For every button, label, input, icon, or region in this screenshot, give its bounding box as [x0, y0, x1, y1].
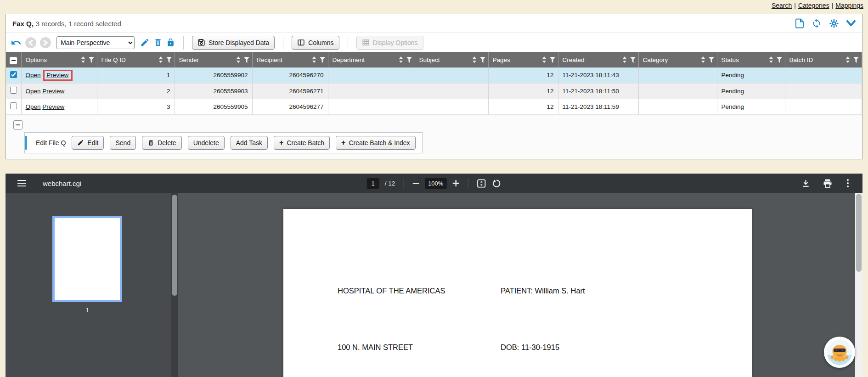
column-header-file-q-id[interactable]: File Q ID	[97, 52, 175, 68]
zoom-level-label[interactable]: 100%	[425, 178, 446, 189]
column-header-status[interactable]: Status	[717, 52, 785, 68]
more-options-icon[interactable]	[845, 179, 851, 187]
pdf-menu-icon[interactable]	[17, 180, 26, 186]
add-task-button[interactable]: Add Task	[231, 136, 268, 150]
collapse-actions-button[interactable]	[13, 120, 23, 129]
filter-icon[interactable]	[709, 57, 714, 63]
open-link[interactable]: Open	[26, 103, 41, 110]
table-row[interactable]: Open Preview 1 2605559902 2604596270 12 …	[6, 68, 862, 83]
filter-icon[interactable]	[166, 57, 172, 63]
toolbar-divider	[283, 36, 283, 50]
create-batch-index-label: Create Batch & Index	[349, 139, 410, 146]
column-header-pages[interactable]: Pages	[488, 52, 558, 68]
column-header-subject[interactable]: Subject	[415, 52, 488, 68]
refresh-icon[interactable]	[812, 18, 822, 28]
nav-link-categories[interactable]: Categories	[798, 2, 829, 9]
nav-link-search[interactable]: Search	[772, 2, 792, 9]
sort-icon[interactable]	[399, 56, 403, 63]
edit-button[interactable]: Edit	[72, 136, 104, 150]
new-document-icon[interactable]	[795, 18, 804, 28]
print-icon[interactable]	[823, 179, 832, 188]
select-all-checkbox[interactable]	[10, 57, 17, 64]
filter-icon[interactable]	[406, 57, 412, 63]
open-link[interactable]: Open	[26, 88, 41, 95]
gear-icon[interactable]	[829, 18, 839, 28]
page-number-input[interactable]	[367, 178, 379, 189]
pdf-scrollbar-thumb[interactable]	[856, 194, 862, 272]
filter-icon[interactable]	[480, 57, 485, 63]
delete-button[interactable]: Delete	[142, 136, 181, 150]
sort-icon[interactable]	[81, 56, 85, 63]
columns-button[interactable]: Columns	[292, 36, 339, 50]
sort-icon[interactable]	[236, 56, 241, 63]
pdf-body: 1 HOSPITAL OF THE AMERICAS 100 N. MAIN S…	[6, 193, 862, 377]
column-header-options[interactable]: Options	[21, 52, 97, 68]
sort-icon[interactable]	[769, 56, 773, 63]
cell-department	[328, 99, 415, 114]
sort-icon[interactable]	[158, 56, 163, 63]
column-header-sender[interactable]: Sender	[175, 52, 252, 68]
row-checkbox[interactable]	[10, 71, 17, 78]
sort-icon[interactable]	[542, 56, 547, 63]
edit-perspective-pencil-icon[interactable]	[140, 38, 150, 47]
column-header-batch-id[interactable]: Batch ID	[785, 52, 862, 68]
filter-icon[interactable]	[550, 57, 555, 63]
fax-queue-table: Options File Q ID Sender Recipient Depar…	[6, 52, 862, 115]
column-header-department[interactable]: Department	[328, 52, 415, 68]
history-back-button[interactable]	[25, 37, 36, 48]
preview-link[interactable]: Preview	[46, 72, 68, 79]
sort-icon[interactable]	[622, 56, 627, 63]
table-row[interactable]: Open Preview 3 2605559905 2604596277 12 …	[6, 99, 862, 114]
filter-icon[interactable]	[630, 57, 636, 63]
pdf-thumbnail-sidebar: 1	[6, 193, 171, 377]
column-header-recipient[interactable]: Recipient	[252, 52, 328, 68]
table-row[interactable]: Open Preview 2 2605559903 2604596271 12 …	[6, 83, 862, 99]
send-button[interactable]: Send	[110, 136, 136, 150]
fit-to-page-icon[interactable]	[476, 179, 486, 188]
column-header-created[interactable]: Created	[558, 52, 638, 68]
create-batch-button[interactable]: +Create Batch	[274, 136, 330, 150]
undo-icon[interactable]	[11, 37, 22, 48]
row-checkbox[interactable]	[10, 87, 17, 94]
document-patient-block: PATIENT: William S. Hart DOB: 11-30-1915…	[501, 244, 642, 377]
zoom-in-icon[interactable]	[452, 180, 459, 187]
preview-link[interactable]: Preview	[42, 88, 64, 95]
row-checkbox[interactable]	[10, 102, 17, 109]
display-options-grid-icon	[362, 39, 370, 46]
sidebar-scrollbar[interactable]	[171, 193, 178, 377]
zoom-out-icon[interactable]	[412, 180, 419, 187]
page-thumbnail[interactable]	[52, 216, 122, 302]
store-displayed-data-button[interactable]: Store Displayed Data	[192, 36, 275, 50]
nav-separator: |	[832, 2, 834, 9]
pdf-scrollbar[interactable]	[855, 193, 862, 377]
filter-icon[interactable]	[244, 57, 249, 63]
filter-icon[interactable]	[320, 57, 325, 63]
create-batch-index-button[interactable]: +Create Batch & Index	[336, 136, 415, 150]
filter-icon[interactable]	[853, 57, 859, 63]
display-options-button[interactable]: Display Options	[356, 36, 423, 50]
perspective-select[interactable]: Main Perspective	[56, 36, 135, 49]
sort-icon[interactable]	[312, 56, 316, 63]
history-forward-button[interactable]	[40, 37, 51, 48]
rotate-icon[interactable]	[491, 179, 501, 188]
undelete-button[interactable]: Undelete	[188, 136, 225, 150]
nav-link-mappings[interactable]: Mappings	[835, 2, 863, 9]
sidebar-scrollbar-thumb[interactable]	[172, 195, 177, 296]
open-link[interactable]: Open	[26, 72, 41, 79]
download-icon[interactable]	[801, 179, 810, 188]
delete-perspective-trash-icon[interactable]	[153, 38, 163, 47]
filter-icon[interactable]	[89, 57, 94, 63]
preview-link[interactable]: Preview	[42, 103, 64, 110]
sort-icon[interactable]	[845, 56, 850, 63]
cell-sender: 2605559905	[175, 99, 252, 114]
filter-icon[interactable]	[777, 57, 782, 63]
sort-icon[interactable]	[701, 56, 705, 63]
thumbnail-page-number: 1	[52, 307, 122, 314]
lock-perspective-icon[interactable]	[166, 38, 175, 47]
sort-icon[interactable]	[472, 56, 477, 63]
column-header-category[interactable]: Category	[638, 52, 717, 68]
mascot-widget-button[interactable]	[824, 337, 855, 368]
collapse-panel-chevron-icon[interactable]	[846, 20, 856, 27]
cell-category	[638, 99, 717, 114]
cell-category	[638, 68, 717, 83]
